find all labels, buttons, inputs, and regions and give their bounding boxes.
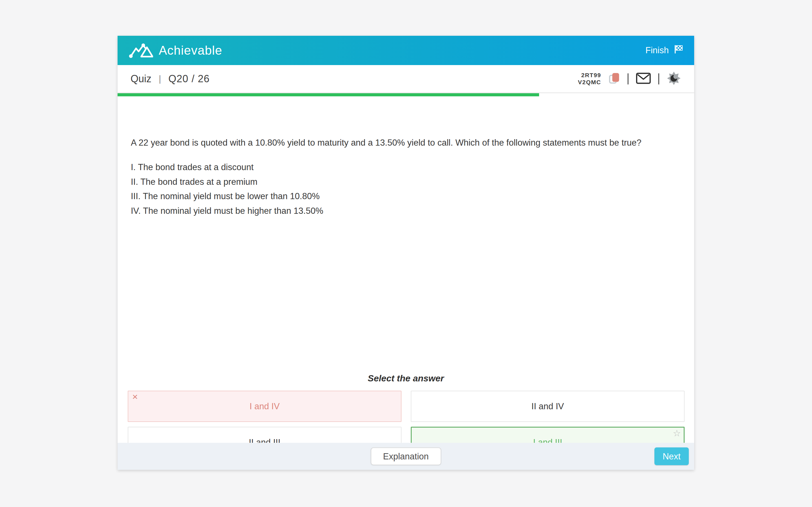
question-text: A 22 year bond is quoted with a 10.80% y… — [131, 136, 681, 149]
toolbar-actions: 2RT99 V2QMC — [578, 71, 681, 87]
finish-button[interactable]: Finish — [645, 44, 683, 57]
quiz-progress-bar — [117, 93, 694, 96]
finish-button-label: Finish — [645, 45, 669, 55]
mail-button[interactable] — [636, 72, 651, 85]
quiz-footer: Explanation Next — [117, 443, 694, 470]
toolbar-divider — [627, 73, 628, 84]
session-code: 2RT99 V2QMC — [578, 72, 601, 86]
question-area: A 22 year bond is quoted with a 10.80% y… — [117, 96, 694, 446]
statement-list: I. The bond trades at a discount II. The… — [131, 160, 681, 218]
statement-item: III. The nominal yield must be lower tha… — [131, 189, 681, 204]
statement-item: I. The bond trades at a discount — [131, 160, 681, 175]
brand[interactable]: Achievable — [128, 42, 222, 59]
brand-name: Achievable — [159, 43, 222, 57]
answer-option-1-incorrect[interactable]: × I and IV — [128, 391, 402, 422]
sun-moon-icon — [666, 71, 681, 87]
toolbar-divider — [658, 73, 659, 84]
app-header: Achievable Finish — [117, 36, 694, 65]
explanation-button[interactable]: Explanation — [370, 448, 441, 465]
session-code-line1: 2RT99 — [578, 72, 601, 78]
session-code-line2: V2QMC — [578, 79, 601, 86]
quiz-progress-fill — [117, 93, 539, 96]
copy-icon — [608, 72, 620, 86]
favorite-star-icon[interactable]: ☆ — [673, 429, 681, 438]
statement-item: IV. The nominal yield must be higher tha… — [131, 204, 681, 218]
theme-toggle-button[interactable] — [666, 71, 681, 87]
quiz-toolbar: Quiz | Q20 / 26 2RT99 V2QMC — [117, 65, 694, 93]
quiz-title: Quiz — [131, 73, 151, 85]
answer-option-label: II and IV — [531, 401, 564, 411]
mountain-chart-icon — [128, 42, 153, 59]
question-counter: Q20 / 26 — [168, 73, 209, 85]
toolbar-separator: | — [159, 73, 161, 84]
incorrect-x-icon: × — [132, 392, 138, 401]
next-button[interactable]: Next — [654, 448, 689, 465]
checkered-flag-icon — [673, 44, 683, 57]
statement-item: II. The bond trades at a premium — [131, 175, 681, 189]
answer-option-label: I and IV — [250, 401, 280, 411]
envelope-icon — [636, 72, 651, 85]
select-answer-prompt: Select the answer — [117, 373, 694, 384]
answer-option-2[interactable]: II and IV — [411, 391, 684, 422]
quiz-card: Achievable Finish Quiz | Q20 / 26 — [117, 36, 694, 470]
copy-code-button[interactable] — [608, 72, 620, 86]
